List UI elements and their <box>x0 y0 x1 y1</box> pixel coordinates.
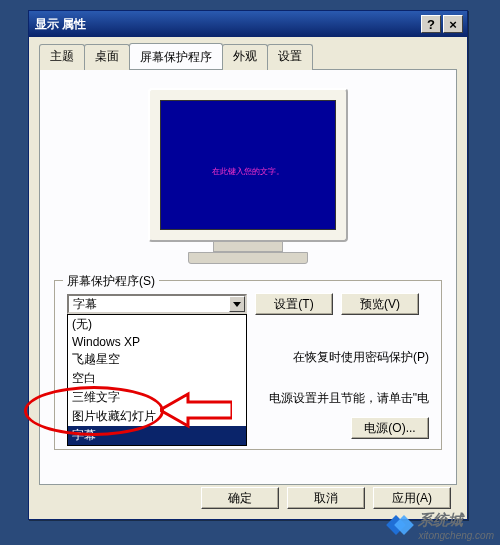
screensaver-groupbox: 屏幕保护程序(S) 字幕 (无) Windows XP 飞越星空 <box>54 280 442 450</box>
tab-strip: 主题 桌面 屏幕保护程序 外观 设置 <box>39 43 457 69</box>
watermark: 系统城 xitongcheng.com <box>386 511 494 541</box>
dd-item-none[interactable]: (无) <box>68 315 246 334</box>
help-button[interactable]: ? <box>421 15 441 33</box>
dropdown-button[interactable] <box>229 296 245 312</box>
power-button[interactable]: 电源(O)... <box>351 417 429 439</box>
tab-desktop[interactable]: 桌面 <box>84 44 130 70</box>
dd-item-slideshow[interactable]: 图片收藏幻灯片 <box>68 407 246 426</box>
tab-panel: 在此键入您的文字。 屏幕保护程序(S) 字幕 <box>39 69 457 485</box>
dd-item-windowsxp[interactable]: Windows XP <box>68 334 246 350</box>
monitor-preview: 在此键入您的文字。 <box>148 88 348 264</box>
display-properties-dialog: 显示 属性 ? × 主题 桌面 屏幕保护程序 外观 设置 在此键入您的文字。 <box>28 10 468 520</box>
preview-screen: 在此键入您的文字。 <box>160 100 336 230</box>
screensaver-combobox[interactable]: 字幕 (无) Windows XP 飞越星空 空白 三维文字 图片收藏幻灯片 <box>67 294 247 314</box>
ok-button[interactable]: 确定 <box>201 487 279 509</box>
watermark-text: 系统城 <box>418 511 494 530</box>
screensaver-settings-button[interactable]: 设置(T) <box>255 293 333 315</box>
close-button[interactable]: × <box>443 15 463 33</box>
apply-button[interactable]: 应用(A) <box>373 487 451 509</box>
watermark-logo-icon <box>386 512 414 540</box>
dd-item-blank[interactable]: 空白 <box>68 369 246 388</box>
watermark-url: xitongcheng.com <box>418 530 494 541</box>
screensaver-selected: 字幕 <box>69 296 229 313</box>
dd-item-marquee[interactable]: 字幕 <box>68 426 246 445</box>
tab-settings[interactable]: 设置 <box>267 44 313 70</box>
chevron-down-icon <box>233 300 241 308</box>
window-title: 显示 属性 <box>35 16 86 33</box>
dialog-button-row: 确定 取消 应用(A) <box>201 487 451 509</box>
screensaver-group-label: 屏幕保护程序(S) <box>63 273 159 290</box>
screensaver-dropdown-list[interactable]: (无) Windows XP 飞越星空 空白 三维文字 图片收藏幻灯片 字幕 <box>67 314 247 446</box>
svg-marker-0 <box>233 302 241 307</box>
tab-screensaver[interactable]: 屏幕保护程序 <box>129 43 223 69</box>
tab-appearance[interactable]: 外观 <box>222 44 268 70</box>
titlebar[interactable]: 显示 属性 ? × <box>29 11 467 37</box>
screensaver-preview-button[interactable]: 预览(V) <box>341 293 419 315</box>
dd-item-starfield[interactable]: 飞越星空 <box>68 350 246 369</box>
cancel-button[interactable]: 取消 <box>287 487 365 509</box>
dd-item-3dtext[interactable]: 三维文字 <box>68 388 246 407</box>
marquee-preview-text: 在此键入您的文字。 <box>212 166 284 177</box>
tab-theme[interactable]: 主题 <box>39 44 85 70</box>
